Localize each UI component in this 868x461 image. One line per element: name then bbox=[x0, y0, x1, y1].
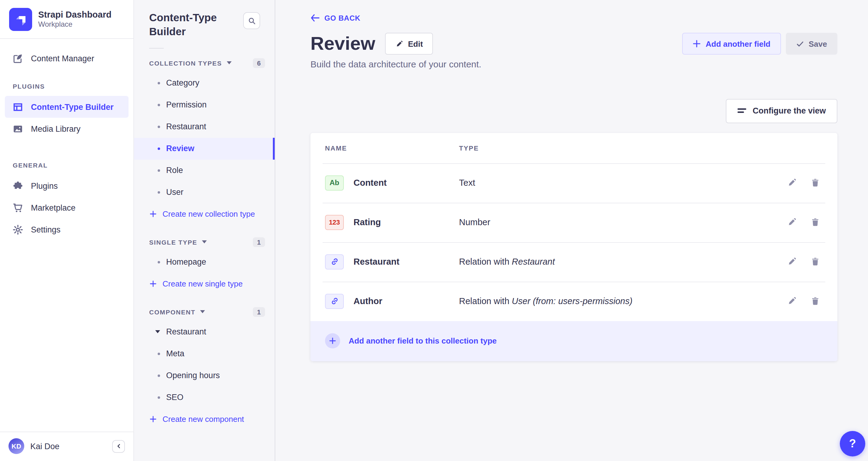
create-single-type-link[interactable]: Create new single type bbox=[134, 273, 275, 295]
subnav-item-opening-hours[interactable]: Opening hours bbox=[134, 365, 275, 386]
section-collection-types[interactable]: COLLECTION TYPES 6 bbox=[134, 52, 275, 72]
configure-view-button[interactable]: Configure the view bbox=[726, 99, 837, 123]
check-icon bbox=[796, 40, 804, 48]
edit-button[interactable]: Edit bbox=[385, 33, 433, 55]
subnav-item-role[interactable]: Role bbox=[134, 159, 275, 181]
subnav-item-seo[interactable]: SEO bbox=[134, 386, 275, 408]
puzzle-icon bbox=[13, 180, 23, 191]
plus-icon bbox=[149, 210, 157, 218]
help-button[interactable]: ? bbox=[840, 431, 865, 457]
sidebar-item-marketplace[interactable]: Marketplace bbox=[5, 197, 128, 219]
field-name: Content bbox=[353, 178, 387, 188]
table-row: 123 Rating Number bbox=[310, 203, 837, 242]
avatar[interactable]: KD bbox=[8, 438, 24, 454]
sidebar-item-content-type-builder[interactable]: Content-Type Builder bbox=[5, 96, 128, 118]
main-content: GO BACK Review Edit Add another f bbox=[275, 0, 868, 461]
plus-icon bbox=[149, 280, 157, 288]
add-field-to-collection-label: Add another field to this collection typ… bbox=[349, 337, 497, 346]
sidebar-item-label: Plugins bbox=[31, 181, 58, 190]
create-collection-type-link[interactable]: Create new collection type bbox=[134, 203, 275, 225]
field-name: Author bbox=[353, 296, 382, 306]
filter-lines-icon bbox=[737, 107, 746, 115]
gear-icon bbox=[13, 224, 23, 235]
section-component[interactable]: COMPONENT 1 bbox=[134, 301, 275, 321]
subnav-item-homepage[interactable]: Homepage bbox=[134, 251, 275, 273]
number-field-badge: 123 bbox=[325, 215, 344, 230]
component-count: 1 bbox=[253, 307, 265, 317]
caret-down-icon bbox=[202, 240, 207, 243]
sidebar-section-general: GENERAL bbox=[5, 162, 128, 169]
bullet-dot bbox=[158, 396, 160, 399]
delete-field-button[interactable] bbox=[811, 218, 820, 227]
bullet-dot bbox=[158, 104, 160, 106]
delete-field-button[interactable] bbox=[811, 178, 820, 188]
left-arrow-icon bbox=[310, 14, 319, 22]
sidebar-section-plugins: PLUGINS bbox=[5, 83, 128, 90]
search-icon bbox=[248, 17, 255, 25]
plus-circle-icon bbox=[325, 334, 340, 349]
subnav-item-review[interactable]: Review bbox=[134, 138, 275, 159]
delete-field-button[interactable] bbox=[811, 257, 820, 267]
subnav-item-meta[interactable]: Meta bbox=[134, 343, 275, 365]
collection-types-count: 6 bbox=[253, 58, 265, 68]
table-row: Author Relation with User (from: users-p… bbox=[310, 282, 837, 321]
subnav-item-category[interactable]: Category bbox=[134, 72, 275, 94]
pencil-icon bbox=[395, 40, 403, 48]
strapi-app: Strapi Dashboard Workplace Content Manag… bbox=[0, 0, 868, 461]
edit-field-button[interactable] bbox=[787, 296, 797, 306]
sidebar-item-plugins[interactable]: Plugins bbox=[5, 175, 128, 197]
subnav-item-component-restaurant[interactable]: Restaurant bbox=[134, 321, 275, 343]
bullet-dot bbox=[158, 191, 160, 193]
field-type: Text bbox=[459, 178, 787, 188]
sidebar-item-settings[interactable]: Settings bbox=[5, 219, 128, 240]
bullet-dot bbox=[158, 147, 160, 150]
question-mark-icon: ? bbox=[849, 437, 856, 451]
bullet-dot bbox=[158, 125, 160, 128]
workspace-name: Workplace bbox=[38, 20, 112, 30]
subnav-item-user[interactable]: User bbox=[134, 181, 275, 203]
field-name: Restaurant bbox=[353, 257, 400, 267]
sidebar-item-media-library[interactable]: Media Library bbox=[5, 118, 128, 140]
subnav-item-restaurant[interactable]: Restaurant bbox=[134, 116, 275, 138]
add-another-field-button[interactable]: Add another field bbox=[682, 33, 781, 55]
sidebar-item-label: Media Library bbox=[31, 124, 81, 133]
content-type-builder-subnav: Content-Type Builder COLLECTION TYPES 6 … bbox=[134, 0, 275, 461]
caret-down-icon bbox=[227, 61, 231, 64]
main-sidebar: Strapi Dashboard Workplace Content Manag… bbox=[0, 0, 134, 461]
search-button[interactable] bbox=[243, 12, 260, 29]
section-single-type[interactable]: SINGLE TYPE 1 bbox=[134, 231, 275, 251]
relation-field-badge bbox=[325, 254, 344, 269]
text-field-badge: Ab bbox=[325, 175, 344, 191]
feather-icon bbox=[13, 53, 23, 63]
sidebar-item-content-manager[interactable]: Content Manager bbox=[5, 47, 128, 69]
subnav-title: Content-Type Builder bbox=[149, 11, 228, 38]
page-subtitle: Build the data architecture of your cont… bbox=[310, 59, 837, 69]
edit-field-button[interactable] bbox=[787, 178, 797, 188]
page-title: Review bbox=[310, 32, 375, 56]
workspace-brand[interactable]: Strapi Dashboard Workplace bbox=[0, 0, 133, 38]
bullet-dot bbox=[158, 82, 160, 84]
fields-table-card: NAME TYPE Ab Content Text bbox=[310, 133, 837, 361]
table-row: Ab Content Text bbox=[310, 163, 837, 203]
edit-field-button[interactable] bbox=[787, 257, 797, 267]
expand-caret-icon bbox=[155, 330, 160, 333]
collapse-sidebar-button[interactable] bbox=[112, 440, 125, 453]
single-type-count: 1 bbox=[253, 237, 265, 247]
plus-icon bbox=[692, 40, 701, 48]
field-type: Relation with User (from: users-permissi… bbox=[459, 296, 787, 306]
save-button[interactable]: Save bbox=[785, 33, 837, 55]
delete-field-button[interactable] bbox=[811, 296, 820, 306]
picture-icon bbox=[13, 123, 23, 134]
field-type: Relation with Restaurant bbox=[459, 257, 787, 267]
column-header-name: NAME bbox=[325, 144, 459, 152]
create-component-link[interactable]: Create new component bbox=[134, 408, 275, 430]
edit-field-button[interactable] bbox=[787, 218, 797, 227]
bullet-dot bbox=[158, 261, 160, 263]
relation-field-badge bbox=[325, 294, 344, 309]
subnav-item-permission[interactable]: Permission bbox=[134, 94, 275, 116]
subnav-rule bbox=[149, 48, 164, 48]
bullet-dot bbox=[158, 374, 160, 377]
add-field-to-collection-row[interactable]: Add another field to this collection typ… bbox=[310, 321, 837, 361]
caret-down-icon bbox=[200, 310, 205, 313]
go-back-link[interactable]: GO BACK bbox=[310, 13, 361, 22]
